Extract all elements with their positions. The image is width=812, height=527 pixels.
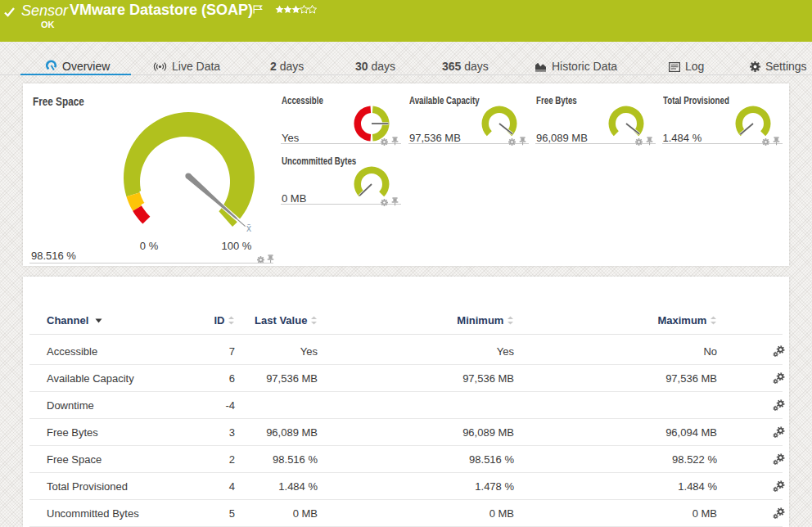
svg-text:x̄: x̄ (246, 223, 251, 234)
